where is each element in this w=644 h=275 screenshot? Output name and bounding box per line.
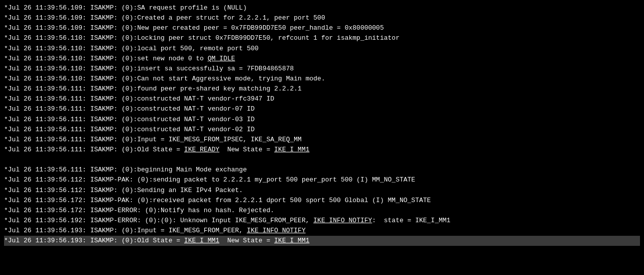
log-line: *Jul 26 11:39:56.192: ISAKMP-ERROR: (0):… (4, 216, 640, 226)
log-line: *Jul 26 11:39:56.111: ISAKMP: (0):constr… (4, 125, 640, 135)
log-line: *Jul 26 11:39:56.172: ISAKMP-ERROR: (0):… (4, 206, 640, 216)
log-line: *Jul 26 11:39:56.111: ISAKMP: (0):Old St… (4, 145, 640, 155)
log-line: *Jul 26 11:39:56.110: ISAKMP: (0):local … (4, 44, 640, 54)
log-line: *Jul 26 11:39:56.111: ISAKMP: (0):beginn… (4, 165, 640, 175)
log-line: *Jul 26 11:39:56.111: ISAKMP: (0):constr… (4, 104, 640, 114)
log-line: *Jul 26 11:39:56.110: ISAKMP: (0):Lockin… (4, 33, 640, 43)
terminal-output: *Jul 26 11:39:56.109: ISAKMP: (0):SA req… (0, 0, 644, 275)
log-line: *Jul 26 11:39:56.193: ISAKMP: (0):Old St… (4, 236, 640, 246)
log-line: *Jul 26 11:39:56.111: ISAKMP: (0):found … (4, 84, 640, 94)
log-line: *Jul 26 11:39:56.112: ISAKMP-PAK: (0):se… (4, 175, 640, 185)
log-line: *Jul 26 11:39:56.110: ISAKMP: (0):Can no… (4, 74, 640, 84)
log-line: *Jul 26 11:39:56.109: ISAKMP: (0):Create… (4, 13, 640, 23)
log-line: *Jul 26 11:39:56.193: ISAKMP: (0):Input … (4, 226, 640, 236)
log-line: *Jul 26 11:39:56.111: ISAKMP: (0):constr… (4, 115, 640, 125)
log-line: *Jul 26 11:39:56.111: ISAKMP: (0):constr… (4, 94, 640, 104)
log-line: *Jul 26 11:39:56.110: ISAKMP: (0):insert… (4, 64, 640, 74)
log-line (4, 155, 640, 165)
log-line: *Jul 26 11:39:56.112: ISAKMP: (0):Sendin… (4, 186, 640, 196)
log-line: *Jul 26 11:39:56.172: ISAKMP-PAK: (0):re… (4, 196, 640, 206)
log-line: *Jul 26 11:39:56.109: ISAKMP: (0):SA req… (4, 3, 640, 13)
log-line: *Jul 26 11:39:56.110: ISAKMP: (0):set ne… (4, 54, 640, 64)
log-line: *Jul 26 11:39:56.111: ISAKMP: (0):Input … (4, 135, 640, 145)
log-line: *Jul 26 11:39:56.109: ISAKMP: (0):New pe… (4, 23, 640, 33)
